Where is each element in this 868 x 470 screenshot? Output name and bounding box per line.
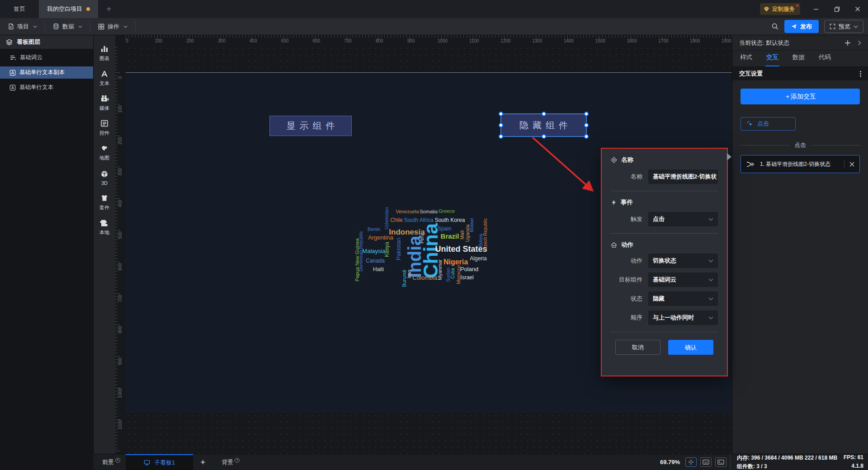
action-select[interactable]: 隐藏	[648, 291, 718, 306]
layer-item[interactable]: 基础单行文本	[0, 81, 93, 94]
search-icon[interactable]	[771, 23, 779, 30]
rail-item-cube[interactable]: 3D	[99, 165, 109, 190]
confirm-button[interactable]: 确认	[668, 340, 713, 355]
selection-handle-s[interactable]	[542, 134, 546, 139]
selection-handle-n[interactable]	[542, 112, 546, 116]
interaction-item[interactable]: 1. 基础平滑折线图2-切换状态	[741, 155, 860, 173]
wordcloud-word: Chile	[390, 217, 402, 223]
hide-component-button[interactable]: 隐藏组件	[501, 114, 586, 136]
modal-action-row: 状态隐藏	[611, 291, 718, 306]
new-tab-button[interactable]: +	[106, 5, 112, 14]
zoom-level[interactable]: 69.79%	[660, 459, 680, 465]
interaction-settings-bar: 交互设置	[732, 67, 868, 80]
foreground-button[interactable]: 前景 +	[93, 458, 126, 466]
interaction-settings-title: 交互设置	[739, 70, 763, 78]
vertical-ruler: 010020030040050060070080090010001100	[115, 45, 126, 454]
paper-plane-icon	[791, 24, 797, 29]
click-event-chip[interactable]: 点击	[741, 117, 796, 131]
add-foreground-icon[interactable]: +	[115, 458, 120, 463]
layer-item[interactable]: 基础单行文本副本	[0, 66, 93, 79]
selection-handle-se[interactable]	[584, 134, 589, 139]
custom-service-button[interactable]: 定制服务	[760, 3, 800, 15]
chevron-down-icon	[708, 278, 713, 282]
gem-icon	[763, 6, 770, 13]
tab-数据[interactable]: 数据	[792, 53, 806, 66]
chevron-down-icon	[708, 218, 713, 221]
selection-handle-sw[interactable]	[499, 134, 503, 139]
modal-action-row: 动作切换状态	[611, 254, 718, 268]
minimize-button[interactable]	[806, 0, 826, 18]
wordcloud-word: Poland	[460, 266, 478, 272]
keyboard-shortcuts-icon[interactable]	[700, 457, 712, 467]
cube-icon	[100, 169, 109, 179]
rail-item-media[interactable]: 媒体	[99, 90, 109, 115]
board-icon	[144, 460, 150, 465]
add-state-icon[interactable]	[844, 40, 851, 46]
wordcloud-word: Uzbekistan	[385, 207, 389, 229]
add-interaction-button[interactable]: ＋添加交互	[741, 89, 860, 104]
wordcloud-word: Czech Republic	[483, 218, 488, 250]
tab-代码[interactable]: 代码	[818, 53, 832, 66]
trigger-select[interactable]: 点击	[648, 212, 718, 226]
kebab-menu-icon[interactable]	[860, 71, 861, 77]
event-section-header: 事件	[611, 198, 718, 207]
console-icon[interactable]	[715, 457, 726, 467]
background-button[interactable]: 背景 +	[212, 458, 245, 466]
name-input[interactable]: 基础平滑折线图2-切换状	[648, 169, 718, 184]
wordcloud-widget[interactable]: VenezuelaSomaliaGreeceChileSouth AfricaS…	[354, 206, 493, 283]
cancel-button[interactable]: 取消	[615, 340, 660, 355]
rail-item-text[interactable]: 文本	[99, 66, 109, 90]
menu-db[interactable]: 数据	[45, 21, 90, 32]
wordcloud-word: Malaysia	[362, 248, 385, 254]
selection-handle-e[interactable]	[584, 123, 589, 127]
menu-file[interactable]: 项目	[0, 21, 45, 32]
show-component-button[interactable]: 显示组件	[269, 116, 352, 136]
action-select[interactable]: 与上一动作同时	[648, 310, 718, 325]
wordcloud-word: Greece	[439, 209, 455, 214]
current-state-row: 当前状态: 默认状态	[732, 35, 868, 51]
chevron-down-icon	[123, 25, 127, 28]
preview-button[interactable]: 预览	[824, 20, 863, 33]
remove-interaction-icon[interactable]	[849, 162, 854, 167]
expand-states-icon[interactable]	[858, 40, 861, 46]
wordcloud-word: Benin	[368, 227, 380, 232]
event-group-label: 点击	[795, 141, 806, 149]
selection-handle-nw[interactable]	[499, 112, 503, 116]
wordcloud-word: Algeria	[470, 256, 486, 261]
add-subboard-button[interactable]: +	[193, 457, 212, 467]
text-icon	[100, 69, 109, 78]
wordcloud-word: Burundi	[402, 270, 407, 287]
action-select[interactable]: 切换状态	[648, 254, 718, 268]
rail-item-widget[interactable]: 控件	[99, 115, 109, 140]
click-event-chip-label: 点击	[757, 120, 769, 128]
home-tab[interactable]: 首页	[0, 5, 39, 13]
publish-button[interactable]: 发布	[784, 20, 819, 33]
modal-action-row: 顺序与上一动作同时	[611, 310, 718, 325]
add-background-icon[interactable]: +	[235, 458, 240, 463]
wordcloud-icon	[9, 55, 16, 61]
selection-handle-ne[interactable]	[584, 112, 589, 116]
project-tab[interactable]: 我的空白项目	[39, 0, 98, 18]
db-icon	[53, 23, 59, 30]
rail-item-chart[interactable]: 图表	[99, 41, 109, 66]
rail-item-kit[interactable]: 套件	[99, 190, 109, 215]
fit-screen-icon[interactable]	[685, 457, 697, 467]
menu-grid[interactable]: 操作	[90, 21, 136, 32]
selection-handle-w[interactable]	[499, 123, 503, 127]
chevron-down-icon	[708, 297, 713, 301]
name-field-label: 名称	[611, 173, 642, 181]
layer-item[interactable]: 基础词云	[0, 52, 93, 64]
rail-item-map[interactable]: 地图	[99, 140, 109, 165]
tab-样式[interactable]: 样式	[739, 53, 753, 66]
restore-button[interactable]	[826, 0, 847, 18]
subboard-tab[interactable]: 子看板1	[126, 454, 193, 470]
tab-交互[interactable]: 交互	[765, 53, 779, 66]
textbox-icon	[9, 70, 16, 76]
rail-item-local[interactable]: 本地	[99, 215, 109, 240]
wordcloud-word: South Korea	[435, 217, 465, 223]
hide-component-selection[interactable]: 隐藏组件	[501, 114, 586, 136]
close-button[interactable]	[847, 0, 868, 18]
action-select[interactable]: 基础词云	[648, 273, 718, 287]
chevron-down-icon	[854, 25, 858, 28]
layers-icon	[6, 39, 13, 46]
